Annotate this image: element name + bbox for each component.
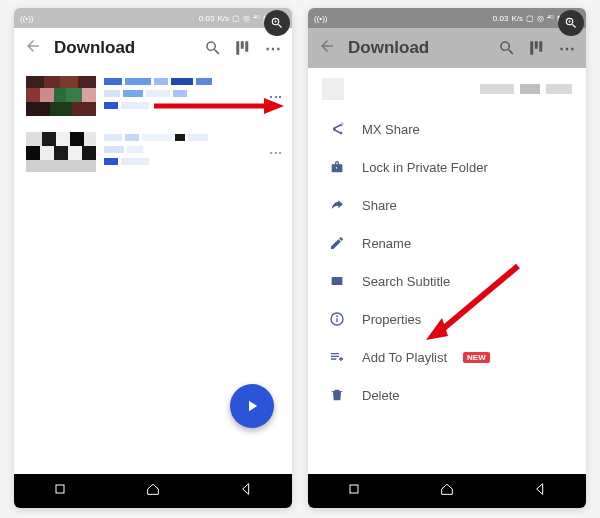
sheet-header [308, 68, 586, 110]
menu-label: Add To Playlist [362, 350, 447, 365]
list-item[interactable]: ⋮ [14, 68, 292, 124]
menu-label: Search Subtitle [362, 274, 450, 289]
menu-lock-private[interactable]: Lock in Private Folder [308, 148, 586, 186]
android-nav [308, 474, 586, 508]
hotspot-icon: ((•)) [314, 14, 327, 23]
menu-label: Share [362, 198, 397, 213]
list-item[interactable]: ⋮ [14, 124, 292, 180]
status-bar: ((•)) 0.03K/s ▢◎⁴ᴳ▮▮▮◫ [14, 8, 292, 28]
search-icon[interactable] [204, 39, 222, 57]
pencil-icon [328, 234, 346, 252]
nav-home-icon[interactable] [439, 481, 455, 501]
sheet-title-blurred [356, 84, 572, 94]
back-icon[interactable] [24, 37, 42, 59]
svg-rect-7 [535, 41, 538, 49]
zoom-icon[interactable] [264, 10, 290, 36]
toolbar: Download ⋯ [14, 28, 292, 68]
context-menu-sheet: MX Share Lock in Private Folder Share Re… [308, 68, 586, 474]
svg-rect-8 [539, 41, 542, 52]
menu-label: Rename [362, 236, 411, 251]
svg-rect-6 [530, 41, 533, 55]
status-bar: ((•)) 0.03K/s ▢◎⁴ᴳ▮▮▮◫ [308, 8, 586, 28]
more-icon[interactable]: ⋯ [264, 39, 282, 57]
menu-mx-share[interactable]: MX Share [308, 110, 586, 148]
page-title: Download [54, 38, 192, 58]
zoom-icon[interactable] [558, 10, 584, 36]
back-icon[interactable] [318, 37, 336, 59]
phone-right: ((•)) 0.03K/s ▢◎⁴ᴳ▮▮▮◫ Download ⋯ MX Sha… [308, 8, 586, 508]
menu-label: Properties [362, 312, 421, 327]
nav-back-icon[interactable] [532, 481, 548, 501]
menu-label: MX Share [362, 122, 420, 137]
hotspot-icon: ((•)) [20, 14, 33, 23]
nav-recent-icon[interactable] [346, 481, 362, 501]
svg-rect-5 [56, 485, 64, 493]
trash-icon [328, 386, 346, 404]
video-thumbnail [26, 132, 96, 172]
sheet-thumbnail [322, 78, 344, 100]
svg-rect-0 [236, 41, 239, 55]
menu-label: Delete [362, 388, 400, 403]
lock-icon [328, 158, 346, 176]
item-more-icon[interactable]: ⋮ [268, 146, 284, 159]
view-mode-icon[interactable] [528, 39, 546, 57]
video-title-blurred [104, 76, 280, 116]
phone-left: ((•)) 0.03K/s ▢◎⁴ᴳ▮▮▮◫ Download ⋯ [14, 8, 292, 508]
share-plus-icon [328, 120, 346, 138]
share-arrow-icon [328, 196, 346, 214]
view-mode-icon[interactable] [234, 39, 252, 57]
play-fab[interactable] [230, 384, 274, 428]
menu-rename[interactable]: Rename [308, 224, 586, 262]
svg-rect-2 [245, 41, 248, 52]
video-thumbnail [26, 76, 96, 116]
menu-label: Lock in Private Folder [362, 160, 488, 175]
menu-properties[interactable]: Properties [308, 300, 586, 338]
new-badge: NEW [463, 352, 490, 363]
info-icon [328, 310, 346, 328]
menu-search-subtitle[interactable]: Search Subtitle [308, 262, 586, 300]
svg-point-11 [337, 316, 338, 317]
menu-delete[interactable]: Delete [308, 376, 586, 414]
menu-add-playlist[interactable]: Add To Playlist NEW [308, 338, 586, 376]
nav-home-icon[interactable] [145, 481, 161, 501]
video-title-blurred [104, 132, 280, 172]
svg-rect-14 [350, 485, 358, 493]
toolbar: Download ⋯ [308, 28, 586, 68]
menu-share[interactable]: Share [308, 186, 586, 224]
playlist-add-icon [328, 348, 346, 366]
item-more-icon[interactable]: ⋮ [268, 90, 284, 103]
android-nav [14, 474, 292, 508]
svg-rect-1 [241, 41, 244, 49]
video-list: ⋮ [14, 68, 292, 474]
nav-recent-icon[interactable] [52, 481, 68, 501]
search-icon[interactable] [498, 39, 516, 57]
nav-back-icon[interactable] [238, 481, 254, 501]
page-title: Download [348, 38, 486, 58]
more-icon[interactable]: ⋯ [558, 39, 576, 57]
subtitle-icon [328, 272, 346, 290]
